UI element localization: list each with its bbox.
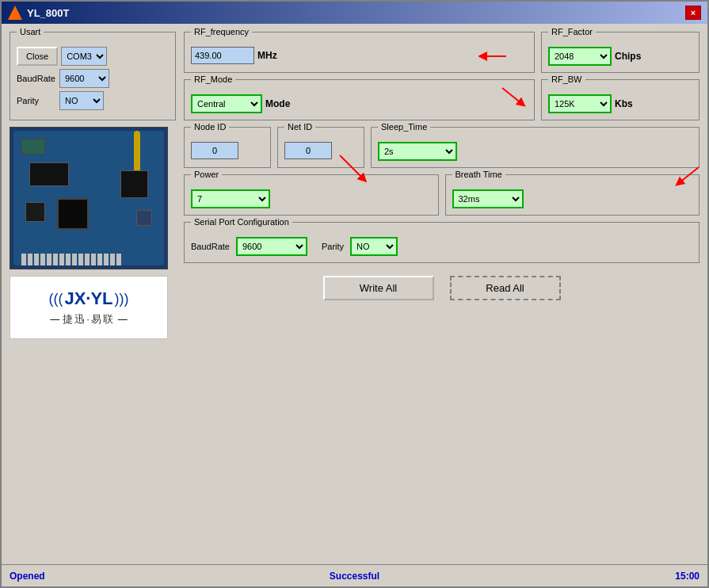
read-all-button[interactable]: Read All xyxy=(450,276,561,300)
rf-factor-group: RF_Factor 512 1024 2048 4096 Chips xyxy=(541,32,699,73)
titlebar: YL_800T × xyxy=(2,2,707,24)
com-select[interactable]: COM3 COM1 COM2 COM4 xyxy=(61,47,107,66)
status-opened-section: Opened xyxy=(10,571,239,582)
svg-line-2 xyxy=(340,155,364,179)
parity-select[interactable]: NO ODD EVEN xyxy=(59,91,104,110)
freq-arrow-icon xyxy=(478,48,510,64)
power-breath-section: Power 1234 567 Breath Time 32ms 64ms 128… xyxy=(184,174,699,216)
top-section: RF_frequency 439.00 MHz RF_Factor xyxy=(184,32,699,73)
logo-area: ((( JX·YL ))) — 捷迅·易联 — xyxy=(10,276,168,339)
rf-factor-unit: Chips xyxy=(615,51,641,62)
node-id-label: Node ID xyxy=(191,122,229,132)
baud-select[interactable]: 9600 4800 19200 115200 xyxy=(59,69,109,88)
breath-time-select[interactable]: 32ms 64ms 128ms 256ms xyxy=(452,189,524,208)
net-id-group: Net ID 0 xyxy=(277,127,364,168)
status-opened: Opened xyxy=(10,571,45,582)
module-image xyxy=(10,127,168,269)
status-time: 15:00 xyxy=(470,571,699,582)
pcb-board xyxy=(13,131,164,265)
logo-text: JX·YL xyxy=(64,288,112,309)
baud-label: BaudRate xyxy=(17,74,56,83)
breath-time-row: 32ms 64ms 128ms 256ms xyxy=(452,189,693,208)
serial-parity-select[interactable]: NO ODD EVEN xyxy=(350,237,398,256)
serial-port-label: Serial Port Configuration xyxy=(191,217,292,227)
sleep-time-select[interactable]: 2s 4s 8s xyxy=(378,142,457,161)
baud-rate-row: BaudRate 9600 4800 19200 115200 xyxy=(17,69,169,88)
right-panel: RF_frequency 439.00 MHz RF_Factor xyxy=(184,32,699,556)
node-id-input[interactable]: 0 xyxy=(191,142,238,159)
rf-mode-unit: Mode xyxy=(265,98,290,109)
rf-mode-select[interactable]: Central Node xyxy=(191,94,262,113)
rf-factor-label: RF_Factor xyxy=(548,27,596,36)
sleep-time-label: Sleep_Time xyxy=(378,122,430,132)
serial-baud-select[interactable]: 120024004800 96001920038400115200 xyxy=(236,237,307,256)
netid-arrow-icon xyxy=(332,151,372,183)
app-icon xyxy=(8,6,22,20)
pcb-pins xyxy=(13,250,164,265)
close-button[interactable]: Close xyxy=(17,47,58,66)
rf-bw-group: RF_BW 125K 250K 500K Kbs xyxy=(541,79,699,120)
net-id-input[interactable]: 0 xyxy=(284,142,332,159)
wave-left-icon: ((( xyxy=(48,291,63,307)
main-window: YL_800T × Usart Close COM3 COM1 COM2 COM… xyxy=(0,0,709,588)
close-window-button[interactable]: × xyxy=(685,6,701,20)
main-content: Usart Close COM3 COM1 COM2 COM4 BaudRate… xyxy=(2,24,707,564)
button-row: Write All Read All xyxy=(184,269,699,307)
serial-port-row: BaudRate 120024004800 960019200384001152… xyxy=(191,237,692,256)
logo-subtitle: 捷迅·易联 xyxy=(63,312,115,326)
mid-section: RF_Mode Central Node Mode xyxy=(184,79,699,120)
pcb-antenna xyxy=(134,131,140,170)
rf-frequency-unit: MHz xyxy=(257,50,277,61)
status-successful: Successful xyxy=(239,571,469,582)
breath-time-group: Breath Time 32ms 64ms 128ms 256ms xyxy=(445,174,700,216)
logo-row: ((( JX·YL ))) xyxy=(48,288,128,309)
node-id-group: Node ID 0 xyxy=(184,127,271,168)
rf-mode-group: RF_Mode Central Node Mode xyxy=(184,79,535,120)
statusbar: Opened Successful 15:00 xyxy=(2,564,707,586)
logo-subtitle-row: — 捷迅·易联 — xyxy=(50,312,128,326)
id-section: Node ID 0 Net ID 0 Sleep_Time 2s xyxy=(184,127,699,168)
rf-frequency-group: RF_frequency 439.00 MHz xyxy=(184,32,535,73)
rf-frequency-row: 439.00 MHz xyxy=(191,47,528,64)
logo-dash1: — xyxy=(50,314,59,325)
serial-baud-label: BaudRate xyxy=(191,242,230,251)
serial-port-group: Serial Port Configuration BaudRate 12002… xyxy=(184,222,699,263)
net-id-label: Net ID xyxy=(284,122,315,132)
rf-bw-label: RF_BW xyxy=(548,74,585,84)
logo-dash2: — xyxy=(118,314,128,325)
usart-com-row: Close COM3 COM1 COM2 COM4 xyxy=(17,47,169,66)
power-label: Power xyxy=(191,170,222,179)
rf-bw-unit: Kbs xyxy=(615,98,633,109)
rf-factor-row: 512 1024 2048 4096 Chips xyxy=(548,47,692,66)
rf-factor-select[interactable]: 512 1024 2048 4096 xyxy=(548,47,612,66)
svg-line-3 xyxy=(679,167,699,183)
breath-time-label: Breath Time xyxy=(452,170,505,179)
left-panel: Usart Close COM3 COM1 COM2 COM4 BaudRate… xyxy=(10,32,176,556)
rf-mode-label: RF_Mode xyxy=(191,74,235,84)
write-all-button[interactable]: Write All xyxy=(323,276,434,300)
usart-group-label: Usart xyxy=(17,27,44,36)
power-group: Power 1234 567 xyxy=(184,174,439,216)
rf-frequency-label: RF_frequency xyxy=(191,27,252,36)
mode-arrow-icon xyxy=(498,84,526,108)
svg-line-1 xyxy=(502,88,522,104)
window-title: YL_800T xyxy=(27,7,685,19)
rf-bw-row: 125K 250K 500K Kbs xyxy=(548,94,692,113)
sleep-time-group: Sleep_Time 2s 4s 8s xyxy=(371,127,699,168)
rf-frequency-input[interactable]: 439.00 xyxy=(191,47,254,64)
parity-row: Parity NO ODD EVEN xyxy=(17,91,169,110)
breath-arrow-icon xyxy=(671,163,703,187)
wave-right-icon: ))) xyxy=(115,291,129,307)
power-select[interactable]: 1234 567 xyxy=(191,189,270,208)
serial-parity-label: Parity xyxy=(322,242,344,251)
rf-bw-select[interactable]: 125K 250K 500K xyxy=(548,94,612,113)
rf-mode-row: Central Node Mode xyxy=(191,94,528,113)
usart-group: Usart Close COM3 COM1 COM2 COM4 BaudRate… xyxy=(10,32,176,120)
parity-label: Parity xyxy=(17,96,56,105)
